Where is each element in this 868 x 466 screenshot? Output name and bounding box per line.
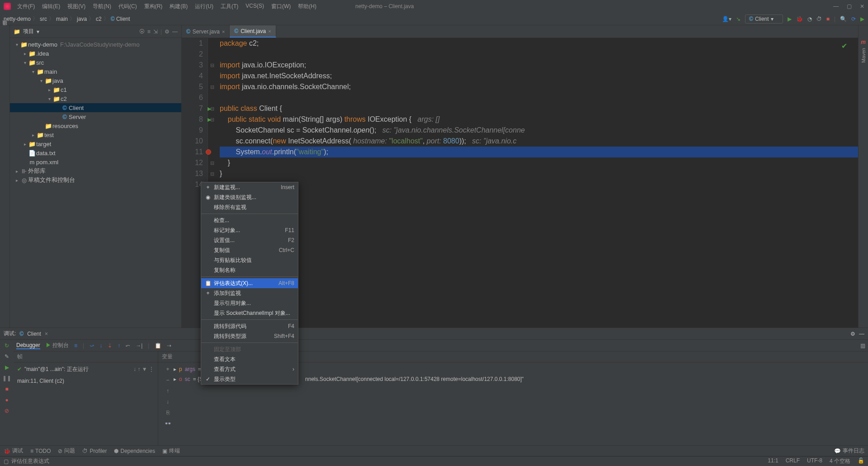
gear-icon[interactable]: ⚙ xyxy=(850,331,855,337)
editor-tab[interactable]: ©Client.java× xyxy=(230,25,276,38)
context-menu-item[interactable]: 复制名称 xyxy=(201,265,298,275)
debug-icon[interactable]: 🐞 xyxy=(796,16,803,22)
breadcrumb[interactable]: netty-demo〉src〉main〉java〉c2〉© Client xyxy=(4,15,130,23)
trace-icon[interactable]: ⇢ xyxy=(167,342,171,349)
context-menu-item[interactable]: 移除所有监视 xyxy=(201,202,298,212)
rerun-icon[interactable]: ↻ xyxy=(5,342,9,349)
context-menu[interactable]: +新建监视...Insert◉新建类级别监视...移除所有监视检查...标记对象… xyxy=(201,182,298,385)
maximize-icon[interactable]: ▢ xyxy=(847,3,852,10)
context-menu-item[interactable]: ✓显示类型 xyxy=(201,374,298,384)
context-menu-item[interactable]: 跳转到类型源Shift+F4 xyxy=(201,331,298,341)
tree-row[interactable]: 📄data.txt xyxy=(10,148,181,157)
status-icon[interactable]: ▢ xyxy=(4,458,9,465)
drop-frame-icon[interactable]: ⤺ xyxy=(126,342,130,349)
breadcrumb-item[interactable]: main xyxy=(56,16,68,22)
menu-item[interactable]: 构建(B) xyxy=(167,2,190,11)
coverage-icon[interactable]: ◔ xyxy=(807,16,812,22)
context-menu-item[interactable]: ◉新建类级别监视... xyxy=(201,192,298,202)
up-icon[interactable]: ↑ xyxy=(166,388,169,394)
menu-item[interactable]: 导航(N) xyxy=(90,2,114,11)
tree-row[interactable]: ▸⊪外部库 xyxy=(10,166,181,176)
search-icon[interactable]: 🔍 xyxy=(840,16,847,22)
editor-tab[interactable]: ©Server.java× xyxy=(182,25,230,38)
readonly-lock-icon[interactable]: 🔓 xyxy=(858,457,864,465)
breadcrumb-item[interactable]: © Client xyxy=(111,16,130,22)
menu-item[interactable]: 帮助(H) xyxy=(295,2,319,11)
run-to-cursor-icon[interactable]: →| xyxy=(136,342,142,349)
tree-row[interactable]: ▾📁c2 xyxy=(10,94,181,103)
tree-row[interactable]: ▾📁java xyxy=(10,76,181,85)
step-into-icon[interactable]: ↓ xyxy=(99,342,102,349)
copy-icon[interactable]: ⎘ xyxy=(166,409,170,416)
tool-problems[interactable]: ⊘ 问题 xyxy=(58,447,75,455)
menu-item[interactable]: 窗口(W) xyxy=(269,2,293,11)
context-menu-item[interactable]: +添加到监视 xyxy=(201,288,298,298)
close-tab-icon[interactable]: × xyxy=(45,331,48,337)
event-log[interactable]: 💬 事件日志 xyxy=(834,447,864,455)
mute-bp-icon[interactable]: ⊘ xyxy=(5,408,9,414)
tab-debugger[interactable]: Debugger xyxy=(16,342,40,349)
context-menu-item[interactable]: 跳转到源代码F4 xyxy=(201,321,298,331)
evaluate-icon[interactable]: 📋 xyxy=(155,342,161,349)
tree-row[interactable]: 📁resources xyxy=(10,121,181,130)
context-menu-item[interactable]: 显示引用对象... xyxy=(201,298,298,308)
tree-row[interactable]: ©Client xyxy=(10,103,181,112)
tree-row[interactable]: ▸📁test xyxy=(10,130,181,139)
step-over-icon[interactable]: ⤻ xyxy=(90,342,94,349)
locate-icon[interactable]: ⦿ xyxy=(139,29,145,35)
context-menu-item[interactable]: 📋评估表达式(X)...Alt+F8 xyxy=(201,278,298,288)
hide-icon[interactable]: — xyxy=(172,29,178,35)
chevron-down-icon[interactable]: ▾ xyxy=(37,29,39,35)
tab-console[interactable]: ▶ 控制台 xyxy=(46,342,69,349)
tree-row[interactable]: ▾📁main xyxy=(10,67,181,76)
menu-item[interactable]: 运行(U) xyxy=(192,2,216,11)
tree-row[interactable]: ▸📁.idea xyxy=(10,49,181,58)
tool-todo[interactable]: ≡ TODO xyxy=(30,448,51,454)
user-icon[interactable]: 👤▾ xyxy=(722,16,731,22)
layout-icon[interactable]: ▥ xyxy=(860,342,865,349)
context-menu-item[interactable]: 标记对象...F11 xyxy=(201,225,298,235)
step-out-icon[interactable]: ↑ xyxy=(118,342,120,349)
context-menu-item[interactable]: 查看文本 xyxy=(201,354,298,364)
build-icon[interactable]: ↘ xyxy=(736,16,741,22)
breadcrumb-item[interactable]: netty-demo xyxy=(4,16,31,22)
tree-row[interactable]: ▸◎草稿文件和控制台 xyxy=(10,176,181,185)
tree-row[interactable]: ▸📁c1 xyxy=(10,85,181,94)
thread-row[interactable]: ✔ "main"@1 ...ain": 正在运行 ↓ ↑ ▼ ⋮ xyxy=(17,364,154,374)
stop-icon[interactable]: ■ xyxy=(5,386,8,392)
expand-all-icon[interactable]: ≡ xyxy=(147,29,151,35)
breadcrumb-item[interactable]: c2 xyxy=(96,16,102,22)
caret-position[interactable]: 11:1 xyxy=(768,457,778,465)
project-tree[interactable]: ▾📁netty-demoF:\JavaCodeStudy\netty-demo▸… xyxy=(10,38,181,328)
context-menu-item[interactable]: 设置值...F2 xyxy=(201,235,298,245)
breakpoints-icon[interactable]: ● xyxy=(5,397,8,403)
profiler-icon[interactable]: ⏱ xyxy=(816,16,822,22)
stack-frame-row[interactable]: main:11, Client (c2) xyxy=(17,376,154,386)
menu-item[interactable]: 视图(V) xyxy=(65,2,88,11)
tree-row[interactable]: ©Server xyxy=(10,112,181,121)
add-watch-icon[interactable]: + xyxy=(166,366,169,372)
tool-dependencies[interactable]: ⬢ Dependencies xyxy=(114,448,155,454)
close-icon[interactable]: ✕ xyxy=(860,3,864,10)
context-menu-item[interactable]: 复制值Ctrl+C xyxy=(201,245,298,255)
tool-terminal[interactable]: ▣ 终端 xyxy=(162,447,180,455)
tool-debug[interactable]: 🐞 调试 xyxy=(4,447,23,455)
breadcrumb-item[interactable]: src xyxy=(40,16,47,22)
collapse-all-icon[interactable]: ⇲ xyxy=(153,29,158,35)
threads-icon[interactable]: ≡ xyxy=(74,342,77,349)
down-icon[interactable]: ↓ xyxy=(166,399,169,405)
line-separator[interactable]: CRLF xyxy=(786,457,800,465)
context-menu-item[interactable]: 检查... xyxy=(201,215,298,225)
modify-run-icon[interactable]: ✎ xyxy=(5,353,9,360)
glasses-icon[interactable]: 👓 xyxy=(165,420,171,427)
tool-profiler[interactable]: ⏱ Profiler xyxy=(82,448,107,454)
stop-icon[interactable]: ■ xyxy=(826,16,830,22)
context-menu-item[interactable]: 查看方式› xyxy=(201,364,298,374)
menu-item[interactable]: 编辑(E) xyxy=(39,2,63,11)
context-menu-item[interactable]: 与剪贴板比较值 xyxy=(201,255,298,265)
context-menu-item[interactable]: +新建监视...Insert xyxy=(201,182,298,192)
gear-icon[interactable]: ⚙ xyxy=(165,29,170,35)
menu-item[interactable]: 文件(F) xyxy=(14,2,38,11)
maven-tool-button[interactable]: Maven xyxy=(861,48,866,63)
breadcrumb-item[interactable]: java xyxy=(77,16,87,22)
